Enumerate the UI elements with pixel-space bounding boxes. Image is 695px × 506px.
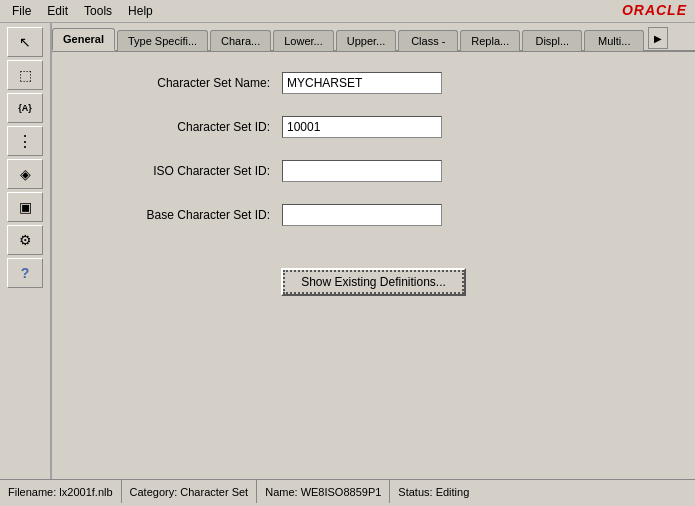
status-category: Category: Character Set xyxy=(122,480,258,503)
main-container: ↖ ⬚ {A} ⋮ ◈ ▣ ⚙ ? General Type Specifi..… xyxy=(0,23,695,479)
charset-name-label: Character Set Name: xyxy=(82,76,282,90)
tabs-container: General Type Specifi... Chara... Lower..… xyxy=(52,23,695,52)
sidebar-select-btn[interactable]: ⬚ xyxy=(7,60,43,90)
tab-displ[interactable]: Displ... xyxy=(522,30,582,51)
charset-id-label: Character Set ID: xyxy=(82,120,282,134)
form-row-charset-id: Character Set ID: xyxy=(82,116,665,138)
iso-charset-id-input[interactable] xyxy=(282,160,442,182)
menu-help[interactable]: Help xyxy=(120,2,161,20)
tab-upper[interactable]: Upper... xyxy=(336,30,397,51)
status-filename: Filename: lx2001f.nlb xyxy=(0,480,122,503)
tab-scroll-btn[interactable]: ▶ xyxy=(648,27,668,49)
show-existing-btn[interactable]: Show Existing Definitions... xyxy=(281,268,466,296)
sidebar-cursor-btn[interactable]: ↖ xyxy=(7,27,43,57)
menu-edit[interactable]: Edit xyxy=(39,2,76,20)
base-charset-id-input[interactable] xyxy=(282,204,442,226)
form-row-charset-name: Character Set Name: xyxy=(82,72,665,94)
menu-tools[interactable]: Tools xyxy=(76,2,120,20)
status-bar: Filename: lx2001f.nlb Category: Characte… xyxy=(0,479,695,503)
button-row: Show Existing Definitions... xyxy=(82,268,665,296)
base-charset-id-label: Base Character Set ID: xyxy=(82,208,282,222)
sidebar-save-btn[interactable]: ◈ xyxy=(7,159,43,189)
form-row-iso-charset-id: ISO Character Set ID: xyxy=(82,160,665,182)
tab-lower[interactable]: Lower... xyxy=(273,30,334,51)
form-panel: Character Set Name: Character Set ID: IS… xyxy=(52,52,695,479)
menu-file[interactable]: File xyxy=(4,2,39,20)
sidebar-note-btn[interactable]: ▣ xyxy=(7,192,43,222)
form-row-base-charset-id: Base Character Set ID: xyxy=(82,204,665,226)
charset-name-input[interactable] xyxy=(282,72,442,94)
tab-general[interactable]: General xyxy=(52,28,115,51)
status-editing: Status: Editing xyxy=(390,480,695,503)
menu-bar: ORACLE File Edit Tools Help xyxy=(0,0,695,23)
tab-chara[interactable]: Chara... xyxy=(210,30,271,51)
sidebar-variable-btn[interactable]: {A} xyxy=(7,93,43,123)
iso-charset-id-label: ISO Character Set ID: xyxy=(82,164,282,178)
oracle-logo: ORACLE xyxy=(622,2,687,18)
content-area: General Type Specifi... Chara... Lower..… xyxy=(52,23,695,479)
charset-id-input[interactable] xyxy=(282,116,442,138)
sidebar-list-btn[interactable]: ⋮ xyxy=(7,126,43,156)
sidebar: ↖ ⬚ {A} ⋮ ◈ ▣ ⚙ ? xyxy=(0,23,52,479)
tab-repla[interactable]: Repla... xyxy=(460,30,520,51)
status-name: Name: WE8ISO8859P1 xyxy=(257,480,390,503)
tab-type-specifi[interactable]: Type Specifi... xyxy=(117,30,208,51)
sidebar-help-btn[interactable]: ? xyxy=(7,258,43,288)
sidebar-gear-btn[interactable]: ⚙ xyxy=(7,225,43,255)
tab-multi[interactable]: Multi... xyxy=(584,30,644,51)
tab-class[interactable]: Class - xyxy=(398,30,458,51)
